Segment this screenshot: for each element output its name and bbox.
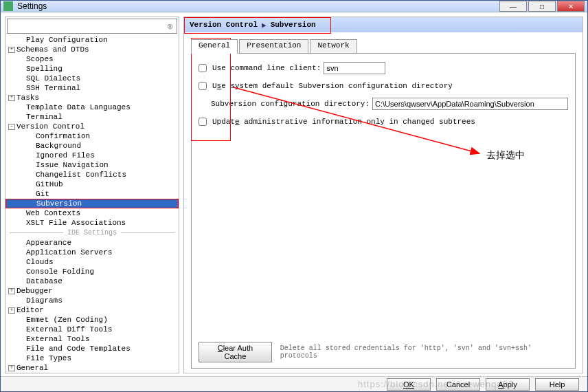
tree-item-label: Scopes (26, 55, 54, 63)
tree-item-label: SQL Dialects (26, 74, 80, 83)
tree-item-label: Changelist Conflicts (36, 171, 126, 179)
update-admin-checkbox[interactable] (199, 118, 207, 126)
tab-network[interactable]: Network (310, 39, 357, 54)
titlebar[interactable]: Settings — □ ✕ (1, 1, 587, 12)
tree-item[interactable]: Spelling (5, 64, 179, 74)
tree-item[interactable]: Git (5, 189, 179, 199)
breadcrumb-leaf: Subversion (271, 21, 316, 29)
breadcrumb: Version Control ▶ Subversion (184, 17, 583, 32)
tree-section-divider: IDE Settings (5, 228, 179, 238)
breadcrumb-root[interactable]: Version Control (190, 21, 258, 29)
tree-item-label: Debugger (16, 287, 53, 295)
tree-item-label: Console Folding (26, 268, 94, 276)
tree-expander-icon[interactable]: + (8, 47, 15, 53)
tree-item-label: General (16, 364, 48, 372)
ok-button[interactable]: OK (387, 378, 431, 391)
tree-item[interactable]: SSH Terminal (5, 83, 179, 93)
tree-item-label: Ignored Files (36, 151, 95, 160)
tree-item[interactable]: Emmet (Zen Coding) (5, 315, 179, 325)
tree-item[interactable]: Terminal (5, 112, 179, 122)
tree-item[interactable]: External Diff Tools (5, 325, 179, 334)
breadcrumb-sep-icon: ▶ (262, 21, 267, 30)
tree-expander-icon[interactable]: - (8, 124, 15, 130)
tree-item[interactable]: Web Contexts (5, 208, 179, 218)
config-dir-input[interactable] (372, 98, 568, 110)
clear-search-icon[interactable]: ⊗ (165, 22, 174, 31)
tree-item[interactable]: File Types (5, 353, 179, 363)
tree-item[interactable]: Issue Navigation (5, 160, 179, 170)
settings-tree[interactable]: Play Configuration+Schemas and DTDsScope… (5, 35, 179, 373)
tab-general[interactable]: General (191, 39, 238, 54)
tree-item-label: Clouds (26, 258, 54, 266)
tree-item-label: Schemas and DTDs (16, 45, 89, 54)
tree-item-label: Template Data Languages (26, 103, 131, 111)
search-input[interactable] (10, 22, 165, 30)
use-cli-checkbox[interactable] (199, 64, 207, 72)
tree-item[interactable]: +General (5, 363, 179, 373)
tree-item[interactable]: Application Servers (5, 248, 179, 257)
use-sysdefault-checkbox[interactable] (199, 82, 207, 90)
maximize-button[interactable]: □ (528, 1, 556, 12)
right-panel: Version Control ▶ Subversion General Pre… (183, 17, 583, 373)
tree-item[interactable]: +Editor (5, 305, 179, 315)
tree-item[interactable]: +Schemas and DTDs (5, 45, 179, 54)
tree-item[interactable]: Subversion (5, 199, 179, 208)
tree-item[interactable]: Appearance (5, 238, 179, 248)
apply-button[interactable]: Apply (486, 378, 530, 391)
tree-item[interactable]: File and Code Templates (5, 344, 179, 353)
tree-item-label: Tasks (16, 94, 39, 102)
tree-item-label: Git (36, 190, 49, 198)
tree-item[interactable]: -Version Control (5, 122, 179, 131)
tree-item[interactable]: Clouds (5, 257, 179, 267)
tab-presentation[interactable]: Presentation (239, 39, 308, 54)
close-button[interactable]: ✕ (557, 1, 585, 12)
cli-path-input[interactable] (324, 62, 385, 74)
tree-expander-icon[interactable]: + (8, 307, 15, 314)
tree-item[interactable]: Scopes (5, 54, 179, 64)
left-panel: ⊗ Play Configuration+Schemas and DTDsSco… (5, 17, 179, 373)
tree-item[interactable]: Play Configuration (5, 35, 179, 45)
cancel-button[interactable]: Cancel (436, 378, 480, 391)
tree-item[interactable]: Background (5, 141, 179, 151)
tree-expander-icon[interactable]: + (8, 288, 15, 294)
tree-item[interactable]: Template Data Languages (5, 102, 179, 112)
tree-item[interactable]: Changelist Conflicts (5, 170, 179, 179)
tree-item-label: File Types (26, 354, 71, 362)
tree-item[interactable]: Confirmation (5, 131, 179, 141)
tree-item-label: External Tools (26, 335, 89, 343)
tree-item[interactable]: +Debugger (5, 286, 179, 296)
tree-item[interactable]: External Tools (5, 334, 179, 344)
tree-item[interactable]: +Tasks (5, 93, 179, 102)
tree-item[interactable]: Console Folding (5, 267, 179, 276)
tree-item-label: Spelling (26, 65, 63, 73)
tree-item-label: Editor (16, 306, 44, 314)
tree-item[interactable]: GitHub (5, 179, 179, 189)
tree-item-label: Subversion (36, 199, 82, 208)
tree-item-label: GitHub (36, 180, 63, 188)
tree-expander-icon[interactable]: + (8, 95, 15, 101)
tree-item-label: Web Contexts (26, 209, 80, 217)
tree-item-label: External Diff Tools (26, 325, 112, 334)
tree-item[interactable]: SQL Dialects (5, 74, 179, 83)
search-box[interactable]: ⊗ (7, 19, 177, 34)
tree-item-label: XSLT File Associations (26, 219, 126, 227)
minimize-button[interactable]: — (499, 1, 527, 12)
tree-item[interactable]: Ignored Files (5, 151, 179, 160)
help-button[interactable]: Help (535, 378, 579, 391)
tree-item-label: Emmet (Zen Coding) (26, 316, 108, 324)
dialog-footer: https://blog.csdn.net/Asewenqa83 OK Canc… (1, 376, 587, 391)
app-icon (3, 1, 13, 11)
tree-item-label: Terminal (26, 113, 63, 121)
tree-item-label: Confirmation (36, 132, 90, 140)
annotation-text: 去掉选中 (486, 149, 525, 162)
tree-expander-icon[interactable]: + (8, 365, 15, 371)
window-title: Settings (17, 1, 498, 11)
tree-item[interactable]: XSLT File Associations (5, 218, 179, 228)
tree-item[interactable]: Database (5, 276, 179, 286)
tree-item-label: Application Servers (26, 248, 112, 257)
tabbar: General Presentation Network (191, 39, 576, 54)
tree-item[interactable]: Diagrams (5, 296, 179, 305)
tree-item-label: Issue Navigation (36, 161, 109, 169)
clear-auth-button[interactable]: Clear Auth Cache (199, 342, 272, 362)
config-dir-label: Subversion configuration directory: (211, 100, 370, 108)
